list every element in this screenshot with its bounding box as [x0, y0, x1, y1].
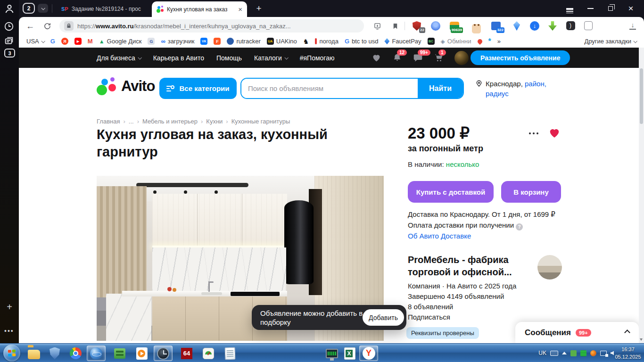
taskbar-media-app[interactable] [132, 346, 151, 361]
minimize-button[interactable] [582, 0, 598, 17]
ext-baby-icon[interactable] [471, 21, 482, 31]
bookmark-gdrive[interactable]: ▲Google Диск [99, 38, 142, 45]
bookmark-yandex[interactable]: Я [61, 38, 68, 45]
bookmark-folder-usa[interactable]: USA [26, 38, 44, 45]
tab-list-chevron[interactable] [38, 4, 48, 13]
bookmark-bc[interactable]: BC [428, 38, 435, 45]
downloads-icon[interactable]: ↓ [627, 21, 638, 31]
back-button[interactable]: ← [25, 20, 36, 32]
bookmark-flag-icon[interactable] [389, 20, 401, 32]
tray-expand-icon[interactable] [562, 352, 567, 354]
reload-button[interactable] [41, 20, 53, 32]
profile-icon[interactable] [4, 3, 15, 14]
taskbar-notepad[interactable] [221, 346, 239, 361]
taskbar-speedtest-app[interactable] [199, 346, 218, 361]
bookmark-gmail[interactable]: M [88, 38, 93, 45]
send-to-device-icon[interactable] [372, 20, 383, 32]
help-icon[interactable]: ? [516, 223, 523, 230]
tray-chip-icon[interactable] [570, 350, 577, 356]
seller-name[interactable]: ProМебель - фабрика торговой и офисной..… [408, 254, 527, 278]
close-button[interactable]: × [623, 0, 639, 17]
ext-blue-icon[interactable]: 322 [490, 21, 502, 31]
breadcrumb-ellipsis[interactable]: ... [129, 118, 134, 125]
chevron-up-icon[interactable] [624, 329, 630, 336]
add-to-cart-button[interactable]: В корзину [501, 181, 561, 203]
taskbar-browser-active[interactable] [87, 346, 106, 361]
taskbar-64-app[interactable]: 64 [177, 346, 196, 361]
seller-avatar[interactable] [537, 255, 562, 280]
tray-app-icon[interactable] [590, 350, 596, 356]
ext-counter-icon[interactable]: 90639 [449, 21, 460, 31]
browser-menu-icon[interactable] [561, 0, 578, 17]
bookmarks-overflow[interactable]: » [497, 38, 501, 45]
taskbar-clock-app[interactable] [154, 346, 173, 361]
cart-icon[interactable]: 1 [434, 53, 444, 63]
language-indicator[interactable]: UK [538, 350, 546, 356]
bookmark-translate[interactable]: G [148, 38, 155, 45]
breadcrumb-home[interactable]: Главная [97, 118, 120, 125]
sidebar-add-icon[interactable]: + [5, 303, 14, 312]
breadcrumb-furniture[interactable]: Мебель и интерьер [142, 118, 198, 125]
tab-inactive[interactable]: SP Задание №2819124 - прос [57, 2, 150, 16]
tab-active[interactable]: Кухня угловая на заказ × [152, 1, 247, 17]
bookmark-exchange[interactable]: ◈Обмінни [441, 38, 471, 45]
more-actions-icon[interactable] [529, 132, 538, 134]
bookmark-weather[interactable]: погода [315, 38, 339, 45]
messages-icon[interactable]: 99+ [413, 53, 423, 63]
toast-add-button[interactable]: Добавить [363, 309, 404, 326]
search-button[interactable]: Найти [418, 79, 463, 98]
about-delivery-link[interactable]: Об Авито Доставке [408, 232, 573, 240]
collections-icon[interactable] [4, 36, 15, 47]
keyboard-icon[interactable] [550, 351, 558, 356]
bookmark-loader[interactable]: ∞загрузчик [161, 38, 194, 45]
breadcrumb-sets[interactable]: Кухонные гарнитуры [231, 118, 290, 125]
bookmark-btc[interactable]: Gbtc to usd [345, 38, 379, 45]
bookmark-vk[interactable]: VK [200, 38, 207, 45]
ext-kite-icon[interactable] [511, 21, 522, 31]
new-tab-button[interactable]: + [253, 3, 264, 14]
other-bookmarks[interactable]: Другие закладки [584, 38, 636, 45]
search-input[interactable] [241, 79, 418, 98]
bookmark-kyivstar[interactable]: * [488, 39, 491, 44]
ext-savefrom-icon[interactable] [547, 21, 558, 31]
nav-yahelp[interactable]: #яПомогаю [300, 54, 335, 62]
restore-button[interactable] [603, 0, 619, 17]
scrollbar-thumb[interactable] [640, 68, 643, 124]
ext-dark-icon[interactable]: ) [565, 21, 576, 31]
post-ad-button[interactable]: Разместить объявление [471, 50, 570, 65]
favorites-icon[interactable] [372, 53, 381, 63]
ext-adguard-icon[interactable]: 22 [411, 21, 422, 31]
ext-friends-icon[interactable] [430, 21, 441, 31]
favorite-heart-icon[interactable] [548, 127, 561, 139]
all-categories-button[interactable]: Все категории [159, 78, 237, 99]
taskbar-monitor-app[interactable] [322, 346, 341, 361]
taskbar-excel[interactable] [340, 346, 359, 361]
network-icon[interactable] [600, 351, 607, 356]
taskbar-explorer[interactable] [25, 346, 43, 361]
tray-monitor-icon[interactable] [580, 350, 586, 356]
tab-counter[interactable]: 2 [23, 3, 35, 14]
bookmark-maps[interactable] [478, 39, 482, 44]
tab-close-icon[interactable]: × [238, 5, 242, 13]
nav-career[interactable]: Карьера в Авито [153, 54, 204, 62]
volume-icon[interactable] [611, 351, 614, 355]
history-icon[interactable] [4, 21, 15, 33]
tray-clock[interactable]: 16:37 05.12.2025 [614, 346, 642, 361]
bookmark-google[interactable]: G [50, 38, 55, 45]
nav-catalogs[interactable]: Каталоги [254, 54, 288, 62]
taskbar-chrome[interactable] [66, 346, 85, 361]
bookmark-f[interactable]: F [214, 38, 221, 45]
bookmark-uakino[interactable]: UAUAKino [267, 38, 297, 45]
ext-hand-icon[interactable] [583, 21, 594, 31]
bookmark-youtube[interactable]: ▶ [74, 38, 82, 45]
avito-logo[interactable]: Avito [97, 77, 163, 99]
nav-help[interactable]: Помощь [216, 54, 242, 62]
nav-business[interactable]: Для бизнеса [97, 54, 141, 62]
lock-icon[interactable] [64, 21, 74, 31]
taskbar-shield-app[interactable] [45, 346, 64, 361]
scrollbar-down-arrow[interactable] [640, 338, 643, 341]
address-bar[interactable]: https://www.avito.ru/krasnodar/mebel_i_i… [59, 19, 364, 33]
notifications-icon[interactable]: 12 [392, 53, 402, 63]
location-selector[interactable]: Краснодар, район, радиус [475, 79, 565, 99]
start-button[interactable] [3, 345, 20, 362]
